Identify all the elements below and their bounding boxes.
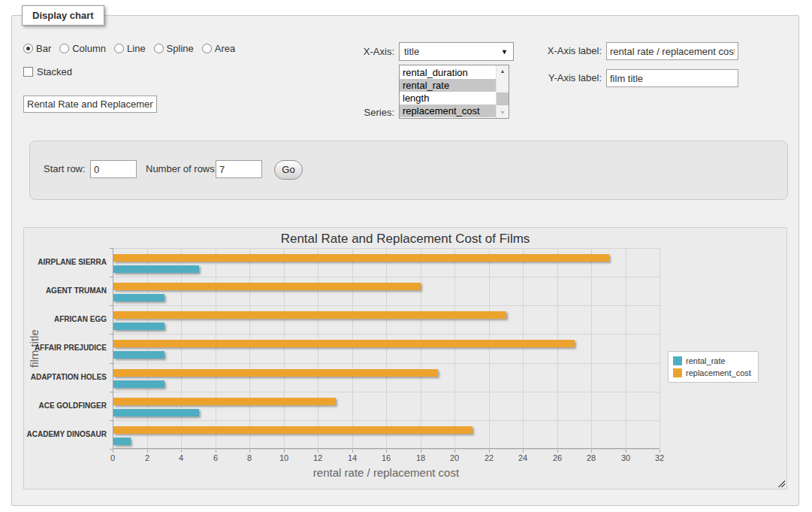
bar-rental_rate <box>113 438 131 445</box>
chart-type-radio-area[interactable]: Area <box>202 43 235 54</box>
chart-type-radio-column[interactable]: Column <box>59 43 106 54</box>
category-label: AIRPLANE SIERRA <box>24 258 107 266</box>
legend-label: replacement_cost <box>686 368 751 377</box>
gridline-vertical <box>318 248 318 449</box>
y-tick-mark <box>110 334 113 335</box>
gridline-vertical <box>181 248 182 449</box>
radio-icon[interactable] <box>202 44 212 53</box>
bar-rental_rate <box>113 265 199 273</box>
radio-label: Line <box>127 43 146 54</box>
x-axis-title: rental rate / replacement cost <box>113 466 660 479</box>
x-tick-mark <box>421 450 421 453</box>
y-tick-mark <box>110 277 113 277</box>
x-tick-mark <box>318 450 318 453</box>
chart-title: Rental Rate and Replacement Cost of Film… <box>24 232 786 247</box>
bar-rental_rate <box>113 380 165 388</box>
x-tick-label: 20 <box>439 453 469 462</box>
legend-item-rental_rate[interactable]: rental_rate <box>673 356 751 365</box>
x-tick-label: 16 <box>371 453 401 462</box>
radio-label: Spline <box>167 43 194 54</box>
stacked-checkbox[interactable] <box>23 67 33 77</box>
gridline-vertical <box>626 248 626 449</box>
x-axis-select[interactable]: title ▼ <box>399 42 514 61</box>
x-tick-mark <box>557 450 558 453</box>
plot-area <box>113 248 660 449</box>
page: Display chart BarColumnLineSplineArea St… <box>0 0 812 512</box>
bar-rental_rate <box>113 323 165 330</box>
radio-icon[interactable] <box>154 44 164 53</box>
chart-type-radio-line[interactable]: Line <box>114 43 146 54</box>
radio-icon[interactable] <box>23 44 33 53</box>
scroll-up-icon[interactable]: ▲ <box>497 65 509 77</box>
chevron-down-icon: ▼ <box>501 43 508 62</box>
x-tick-mark <box>660 450 660 453</box>
gridline-horizontal <box>113 277 660 277</box>
x-tick-label: 28 <box>576 453 606 462</box>
fieldset-legend: Display chart <box>22 5 104 26</box>
legend-swatch <box>673 356 682 365</box>
y-tick-mark <box>110 248 113 249</box>
category-label: AFRICAN EGG <box>24 315 107 323</box>
scrollbar-thumb[interactable] <box>497 92 509 105</box>
gridline-vertical <box>352 248 353 449</box>
x-tick-label: 6 <box>201 453 231 462</box>
chart-title-input[interactable] <box>23 95 157 113</box>
series-option-rental_rate[interactable]: rental_rate <box>400 79 496 92</box>
series-option-replacement_cost[interactable]: replacement_cost <box>400 105 496 117</box>
radio-icon[interactable] <box>114 44 124 53</box>
x-tick-label: 14 <box>337 453 367 462</box>
x-tick-mark <box>386 450 387 453</box>
gridline-vertical <box>591 248 592 449</box>
x-axis-line <box>113 448 660 449</box>
bar-replacement_cost <box>113 283 421 290</box>
series-option-rental_duration[interactable]: rental_duration <box>400 66 496 79</box>
y-axis-label-input[interactable] <box>606 69 738 87</box>
x-axis-selected-value: title <box>404 46 419 57</box>
category-label: ACE GOLDFINGER <box>24 401 107 410</box>
radio-icon[interactable] <box>59 44 69 53</box>
x-axis-label-input[interactable] <box>606 42 738 60</box>
x-tick-label: 8 <box>234 453 264 462</box>
gridline-horizontal <box>113 420 660 421</box>
chart-type-radiogroup: BarColumnLineSplineArea <box>23 43 235 54</box>
gridline-horizontal <box>113 305 660 306</box>
gridline-vertical <box>147 248 148 449</box>
series-scrollbar[interactable]: ▲ ▼ <box>496 65 509 118</box>
gridline-vertical <box>421 248 421 449</box>
x-tick-mark <box>626 450 626 453</box>
number-of-rows-input[interactable] <box>216 160 262 178</box>
resize-grip-icon[interactable] <box>777 479 785 487</box>
x-tick-label: 4 <box>166 453 196 462</box>
x-tick-label: 10 <box>269 453 299 462</box>
legend-item-replacement_cost[interactable]: replacement_cost <box>673 368 751 377</box>
start-row-input[interactable] <box>90 160 137 178</box>
x-tick-mark <box>113 450 113 453</box>
chart-type-radio-bar[interactable]: Bar <box>23 43 51 54</box>
legend-label: rental_rate <box>686 356 726 365</box>
stacked-checkbox-row[interactable]: Stacked <box>23 66 72 77</box>
series-option-length[interactable]: length <box>400 92 496 105</box>
x-tick-mark <box>284 450 285 453</box>
gridline-vertical <box>249 248 250 449</box>
x-tick-mark <box>591 450 592 453</box>
chart-container: Rental Rate and Replacement Cost of Film… <box>23 227 787 489</box>
y-axis-line <box>113 248 113 449</box>
bar-replacement_cost <box>113 311 506 319</box>
series-multiselect[interactable]: rental_durationrental_ratelengthreplacem… <box>399 65 509 119</box>
x-tick-mark <box>216 450 216 453</box>
go-button[interactable]: Go <box>274 160 303 180</box>
scroll-down-icon[interactable]: ▼ <box>497 107 509 118</box>
x-tick-label: 2 <box>132 453 162 462</box>
radio-label: Bar <box>36 43 51 54</box>
category-label: AGENT TRUMAN <box>24 286 107 295</box>
series-options: rental_durationrental_ratelengthreplacem… <box>400 66 496 117</box>
x-tick-label: 18 <box>406 453 436 462</box>
radio-label: Column <box>72 43 106 54</box>
chart-type-radio-spline[interactable]: Spline <box>154 43 194 54</box>
y-tick-mark <box>110 305 113 306</box>
gridline-horizontal <box>113 392 660 392</box>
gridline-vertical <box>523 248 524 449</box>
x-axis-label-label: X-Axis label: <box>530 42 602 60</box>
chart-legend[interactable]: rental_ratereplacement_cost <box>668 351 759 383</box>
bar-rental_rate <box>113 351 165 359</box>
